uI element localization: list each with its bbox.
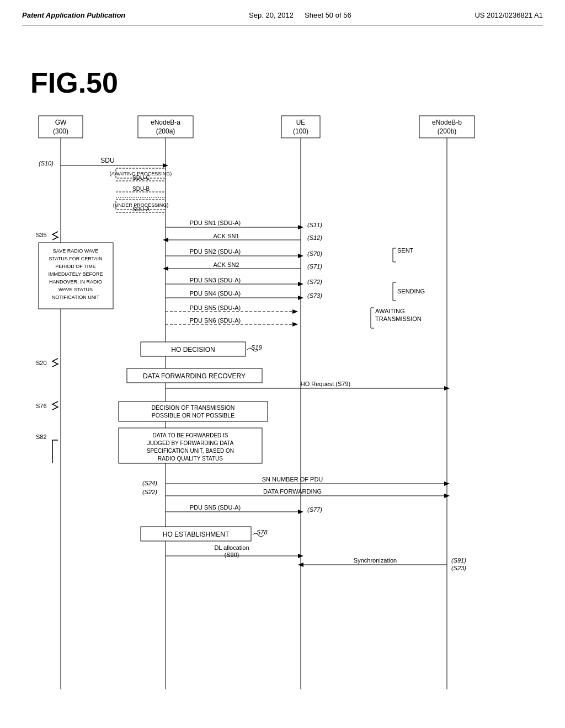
svg-text:DATA FORWARDING RECOVERY: DATA FORWARDING RECOVERY bbox=[143, 372, 246, 380]
svg-text:DECISION OF TRANSMISSION: DECISION OF TRANSMISSION bbox=[152, 404, 235, 411]
svg-text:GW: GW bbox=[55, 119, 67, 126]
svg-text:HO Request  (S79): HO Request (S79) bbox=[301, 381, 350, 387]
svg-text:S35: S35 bbox=[36, 232, 47, 238]
svg-text:PDU  SN5 (SDU-A): PDU SN5 (SDU-A) bbox=[190, 304, 241, 311]
page-header: Patent Application Publication Sep. 20, … bbox=[22, 11, 543, 25]
svg-text:NOTIFICATION UNIT: NOTIFICATION UNIT bbox=[52, 295, 100, 300]
svg-text:(S71): (S71) bbox=[307, 263, 322, 270]
svg-text:SDU-C: SDU-C bbox=[132, 175, 150, 181]
svg-text:S78: S78 bbox=[257, 529, 268, 536]
svg-text:(S24): (S24) bbox=[142, 480, 157, 486]
svg-text:PDU  SN4 (SDU-A): PDU SN4 (SDU-A) bbox=[190, 290, 241, 297]
svg-text:eNodeB-a: eNodeB-a bbox=[151, 119, 180, 126]
svg-text:JUDGED BY FORWARDING DATA: JUDGED BY FORWARDING DATA bbox=[147, 440, 234, 446]
svg-text:TRANSMISSION: TRANSMISSION bbox=[375, 315, 422, 322]
svg-text:SDU-B: SDU-B bbox=[132, 186, 150, 192]
svg-text:(100): (100) bbox=[293, 127, 308, 135]
svg-text:RADIO QUALITY STATUS: RADIO QUALITY STATUS bbox=[158, 456, 223, 462]
svg-text:DATA FORWARDING: DATA FORWARDING bbox=[263, 488, 322, 495]
svg-text:S82: S82 bbox=[36, 433, 47, 440]
svg-text:IMMEDIATELY BEFORE: IMMEDIATELY BEFORE bbox=[48, 271, 103, 277]
svg-text:PERIOD OF TIME: PERIOD OF TIME bbox=[55, 264, 95, 269]
svg-text:DL allocation: DL allocation bbox=[214, 544, 249, 551]
svg-text:(S72): (S72) bbox=[307, 279, 322, 285]
svg-text:SN NUMBER OF PDU: SN NUMBER OF PDU bbox=[262, 476, 323, 483]
svg-text:eNodeB-b: eNodeB-b bbox=[432, 119, 462, 126]
svg-text:(S22): (S22) bbox=[142, 489, 157, 495]
svg-text:SDU-A: SDU-A bbox=[132, 206, 150, 212]
svg-text:STATUS FOR CERTAIN: STATUS FOR CERTAIN bbox=[49, 256, 103, 261]
svg-text:(S70): (S70) bbox=[307, 250, 322, 257]
page: Patent Application Publication Sep. 20, … bbox=[0, 0, 565, 728]
svg-text:UE: UE bbox=[296, 119, 306, 126]
svg-text:PDU  SN3 (SDU-A): PDU SN3 (SDU-A) bbox=[190, 277, 241, 283]
header-publication-label: Patent Application Publication bbox=[22, 11, 125, 19]
svg-text:(S77): (S77) bbox=[307, 506, 322, 513]
svg-text:SDU: SDU bbox=[100, 157, 114, 164]
header-date-sheet: Sep. 20, 2012 Sheet 50 of 56 bbox=[249, 11, 351, 19]
sequence-diagram: GW (300) eNodeB-a (200a) UE (100) eNodeB… bbox=[22, 55, 546, 706]
svg-text:ACK  SN2: ACK SN2 bbox=[213, 261, 239, 268]
svg-text:S76: S76 bbox=[36, 403, 47, 409]
svg-text:(S23): (S23) bbox=[451, 565, 466, 571]
svg-text:PDU  SN5 (SDU-A): PDU SN5 (SDU-A) bbox=[190, 504, 241, 511]
svg-text:PDU  SN2 (SDU-A): PDU SN2 (SDU-A) bbox=[190, 248, 241, 255]
svg-text:ACK  SN1: ACK SN1 bbox=[213, 233, 239, 239]
svg-text:SPECIFICATION UNIT, BASED ON: SPECIFICATION UNIT, BASED ON bbox=[147, 448, 234, 454]
svg-text:(300): (300) bbox=[53, 127, 68, 135]
svg-text:HO DECISION: HO DECISION bbox=[171, 346, 215, 354]
header-patent: US 2012/0236821 A1 bbox=[475, 11, 543, 19]
svg-text:(200a): (200a) bbox=[156, 127, 175, 135]
svg-text:SENT: SENT bbox=[397, 247, 414, 254]
svg-text:PDU  SN1 (SDU-A): PDU SN1 (SDU-A) bbox=[190, 220, 241, 226]
svg-text:Synchronization: Synchronization bbox=[354, 557, 397, 564]
svg-text:SAVE  RADIO WAVE: SAVE RADIO WAVE bbox=[53, 248, 98, 254]
header-date: Sep. 20, 2012 bbox=[249, 11, 294, 19]
svg-marker-77 bbox=[292, 322, 298, 326]
svg-text:(S73): (S73) bbox=[307, 292, 322, 299]
svg-text:(S10): (S10) bbox=[39, 160, 54, 167]
svg-text:(S91): (S91) bbox=[451, 557, 466, 564]
svg-text:WAVE STATUS: WAVE STATUS bbox=[58, 287, 93, 292]
svg-text:(S11): (S11) bbox=[307, 222, 322, 228]
svg-text:(S12): (S12) bbox=[307, 234, 322, 241]
svg-text:S20: S20 bbox=[36, 360, 47, 366]
svg-text:DATA TO BE FORWARDED IS: DATA TO BE FORWARDED IS bbox=[152, 432, 228, 438]
svg-text:HANDOVER, IN RADIO: HANDOVER, IN RADIO bbox=[49, 279, 102, 285]
header-sheet: Sheet 50 of 56 bbox=[305, 11, 351, 19]
svg-text:HO ESTABLISHMENT: HO ESTABLISHMENT bbox=[163, 531, 230, 538]
svg-text:SENDING: SENDING bbox=[397, 288, 425, 295]
svg-text:PDU  SN6 (SDU-A): PDU SN6 (SDU-A) bbox=[190, 317, 241, 324]
svg-text:POSSIBLE OR NOT POSSIBLE: POSSIBLE OR NOT POSSIBLE bbox=[152, 412, 234, 419]
svg-text:(200b): (200b) bbox=[438, 127, 457, 135]
svg-marker-74 bbox=[292, 309, 298, 314]
svg-text:(S90): (S90) bbox=[225, 552, 239, 558]
svg-text:AWAITING: AWAITING bbox=[375, 308, 405, 314]
